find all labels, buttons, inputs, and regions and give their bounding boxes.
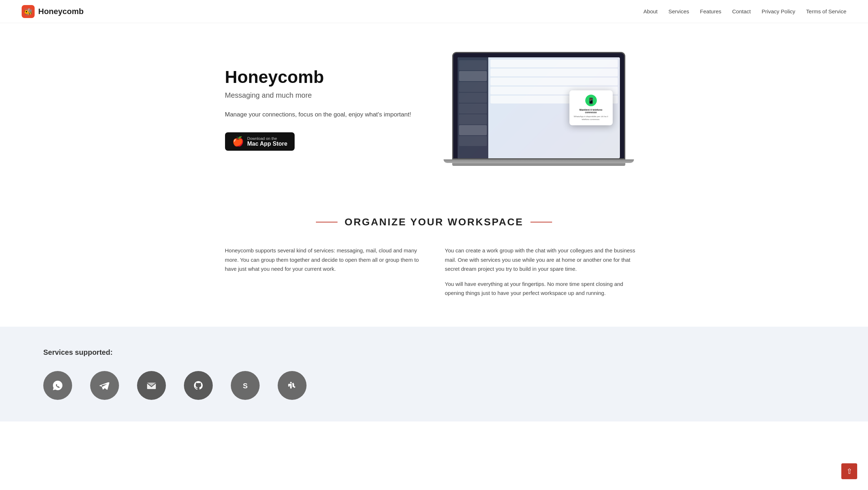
- cta-main-text: Mac App Store: [247, 141, 287, 147]
- service-gmail: [137, 371, 166, 400]
- svg-text:🐝: 🐝: [24, 8, 33, 16]
- cta-small-text: Download on the: [247, 136, 277, 141]
- svg-point-3: [97, 378, 113, 393]
- service-skype: S: [231, 371, 260, 400]
- whatsapp-icon: [43, 371, 72, 400]
- organize-col-1: Honeycomb supports several kind of servi…: [225, 246, 423, 298]
- slack-icon: [278, 371, 307, 400]
- hero-text-block: Honeycomb Messaging and much more Manage…: [225, 67, 413, 151]
- screen-main: 📱 Mantieni il telefono connesso WhatsApp…: [488, 57, 620, 158]
- popup-text: WhatsApp è disponibile per chi ha il tel…: [574, 115, 608, 121]
- navbar: 🐝 Honeycomb About Services Features Cont…: [0, 0, 868, 23]
- organize-col2-p1: You can create a work group with the cha…: [445, 246, 643, 274]
- section-line-left: [316, 222, 338, 222]
- telegram-icon: [90, 371, 119, 400]
- service-telegram: [90, 371, 119, 400]
- hero-description: Manage your connections, focus on the go…: [225, 110, 413, 119]
- popup-title: Mantieni il telefono connesso: [574, 109, 608, 114]
- service-slack: [278, 371, 307, 400]
- services-icons-list: S: [43, 371, 825, 400]
- hero-image-block: 📱 Mantieni il telefono connesso WhatsApp…: [434, 52, 643, 166]
- nav-about[interactable]: About: [643, 8, 657, 14]
- screen-sidebar: [458, 57, 488, 158]
- nav-terms-of-service[interactable]: Terms of Service: [806, 8, 846, 14]
- organize-col2-p2: You will have everything at your fingert…: [445, 279, 643, 298]
- services-title: Services supported:: [43, 348, 825, 357]
- hero-section: Honeycomb Messaging and much more Manage…: [182, 23, 687, 187]
- services-section: Services supported:: [0, 327, 868, 421]
- service-github: [184, 371, 213, 400]
- service-whatsapp: [43, 371, 72, 400]
- nav-privacy-policy[interactable]: Privacy Policy: [762, 8, 795, 14]
- github-icon: [184, 371, 213, 400]
- svg-text:S: S: [243, 381, 247, 389]
- nav-features[interactable]: Features: [700, 8, 721, 14]
- organize-col1-text: Honeycomb supports several kind of servi…: [225, 246, 423, 274]
- brand-logo-icon: 🐝: [22, 5, 35, 18]
- svg-point-6: [190, 378, 206, 393]
- section-line-right: [530, 222, 552, 222]
- brand-name: Honeycomb: [38, 7, 84, 16]
- apple-icon: 🍎: [232, 136, 244, 147]
- nav-contact[interactable]: Contact: [732, 8, 751, 14]
- laptop-bottom: [444, 159, 634, 163]
- popup-whatsapp-icon: 📱: [585, 95, 597, 106]
- organize-col-2: You can create a work group with the cha…: [445, 246, 643, 298]
- nav-links-list: About Services Features Contact Privacy …: [643, 8, 846, 15]
- organize-columns: Honeycomb supports several kind of servi…: [225, 246, 643, 298]
- download-mac-app-button[interactable]: 🍎 Download on the Mac App Store: [225, 132, 295, 151]
- svg-point-9: [284, 378, 300, 393]
- organize-section-title: ORGANIZE YOUR WORKSPACE: [345, 216, 524, 228]
- brand-link[interactable]: 🐝 Honeycomb: [22, 5, 84, 18]
- screen-popup: 📱 Mantieni il telefono connesso WhatsApp…: [569, 91, 613, 125]
- nav-services[interactable]: Services: [669, 8, 689, 14]
- laptop-base: [452, 159, 625, 166]
- laptop-screen: 📱 Mantieni il telefono connesso WhatsApp…: [458, 57, 620, 158]
- gmail-icon: [137, 371, 166, 400]
- hero-title: Honeycomb: [225, 67, 413, 87]
- skype-icon: S: [231, 371, 260, 400]
- section-header: ORGANIZE YOUR WORKSPACE: [225, 216, 643, 228]
- organize-section: ORGANIZE YOUR WORKSPACE Honeycomb suppor…: [182, 187, 687, 327]
- laptop-screen-wrap: 📱 Mantieni il telefono connesso WhatsApp…: [452, 52, 625, 159]
- hero-subtitle: Messaging and much more: [225, 91, 413, 100]
- laptop-mockup: 📱 Mantieni il telefono connesso WhatsApp…: [452, 52, 625, 166]
